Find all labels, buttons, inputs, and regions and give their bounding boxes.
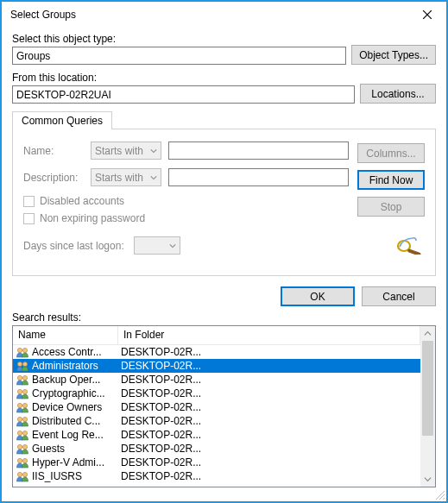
search-results-label: Search results: <box>12 311 436 324</box>
cancel-button[interactable]: Cancel <box>362 286 436 306</box>
scroll-up-arrow[interactable] <box>420 326 435 341</box>
name-label: Name: <box>23 145 84 157</box>
stop-button[interactable]: Stop <box>357 197 425 217</box>
days-since-last-logon-combo[interactable] <box>134 236 180 255</box>
window-title: Select Groups <box>10 9 407 21</box>
object-type-input[interactable] <box>12 47 346 65</box>
table-row[interactable]: GuestsDESKTOP-02R... <box>13 442 420 456</box>
description-match-combo[interactable]: Starts with <box>91 168 161 186</box>
row-folder: DESKTOP-02R... <box>118 374 420 386</box>
non-expiring-password-checkbox[interactable] <box>23 213 35 224</box>
table-row[interactable]: Hyper-V Admi...DESKTOP-02R... <box>13 456 420 469</box>
group-icon <box>16 443 29 455</box>
description-match-value: Starts with <box>95 172 143 184</box>
row-folder: DESKTOP-02R... <box>118 346 420 358</box>
table-row[interactable]: Access Contr...DESKTOP-02R... <box>13 345 420 359</box>
table-row[interactable]: Backup Oper...DESKTOP-02R... <box>13 373 420 387</box>
find-objects-icon <box>395 234 425 257</box>
group-icon <box>16 374 29 386</box>
row-name: IIS_IUSRS <box>32 470 82 482</box>
svg-line-8 <box>443 498 445 500</box>
row-name: Distributed C... <box>32 415 100 427</box>
column-header-in-folder[interactable]: In Folder <box>118 326 420 344</box>
close-button[interactable] <box>407 2 446 28</box>
group-icon <box>16 346 29 358</box>
row-folder: DESKTOP-02R... <box>118 429 420 441</box>
group-icon <box>16 470 29 482</box>
row-name: Cryptographic... <box>32 387 105 399</box>
location-label: From this location: <box>12 72 355 84</box>
table-row[interactable]: IIS_IUSRSDESKTOP-02R... <box>13 469 420 483</box>
group-icon <box>16 429 29 441</box>
row-folder: DESKTOP-02R... <box>118 443 420 455</box>
column-headers: Name In Folder <box>13 326 420 345</box>
group-icon <box>16 360 29 372</box>
object-type-label: Select this object type: <box>12 33 346 45</box>
disabled-accounts-checkbox[interactable] <box>23 196 35 207</box>
row-folder: DESKTOP-02R... <box>118 387 420 399</box>
row-name: Administrators <box>32 360 98 372</box>
days-since-last-logon-label: Days since last logon: <box>23 240 127 252</box>
title-bar: Select Groups <box>2 2 446 28</box>
chevron-down-icon <box>169 242 176 249</box>
tab-common-queries[interactable]: Common Queries <box>12 111 112 129</box>
resize-grip-icon[interactable] <box>434 489 445 500</box>
find-now-button[interactable]: Find Now <box>357 170 425 190</box>
table-row[interactable]: AdministratorsDESKTOP-02R... <box>13 359 420 373</box>
name-input[interactable] <box>168 141 349 160</box>
chevron-down-icon <box>150 148 157 154</box>
location-input[interactable] <box>12 85 355 104</box>
svg-rect-5 <box>407 248 421 255</box>
row-name: Event Log Re... <box>32 429 104 441</box>
chevron-down-icon <box>150 174 157 181</box>
group-icon <box>16 456 29 468</box>
description-label: Description: <box>23 172 84 184</box>
locations-button[interactable]: Locations... <box>360 84 436 104</box>
row-folder: DESKTOP-02R... <box>118 415 420 427</box>
scroll-down-arrow[interactable] <box>420 472 435 487</box>
row-name: Hyper-V Admi... <box>32 456 104 468</box>
disabled-accounts-label: Disabled accounts <box>40 195 124 207</box>
table-row[interactable]: Cryptographic...DESKTOP-02R... <box>13 387 420 400</box>
column-header-name[interactable]: Name <box>13 326 118 344</box>
row-name: Backup Oper... <box>32 374 100 386</box>
object-types-button[interactable]: Object Types... <box>351 45 436 65</box>
table-row[interactable]: Event Log Re...DESKTOP-02R... <box>13 428 420 442</box>
non-expiring-password-label: Non expiring password <box>40 212 145 224</box>
row-folder: DESKTOP-02R... <box>118 401 420 413</box>
description-input[interactable] <box>168 168 349 186</box>
row-name: Guests <box>32 443 65 455</box>
group-icon <box>16 387 29 399</box>
scrollbar-track[interactable] <box>420 341 435 472</box>
row-folder: DESKTOP-02R... <box>118 470 420 482</box>
table-row[interactable]: Device OwnersDESKTOP-02R... <box>13 400 420 414</box>
row-name: Access Contr... <box>32 346 102 358</box>
table-row[interactable]: Distributed C...DESKTOP-02R... <box>13 414 420 428</box>
row-name: Device Owners <box>32 401 102 413</box>
name-match-combo[interactable]: Starts with <box>91 141 161 160</box>
name-match-value: Starts with <box>95 145 143 157</box>
group-icon <box>16 401 29 413</box>
row-folder: DESKTOP-02R... <box>118 360 420 372</box>
close-icon <box>423 10 432 19</box>
row-folder: DESKTOP-02R... <box>118 456 420 468</box>
scrollbar-thumb[interactable] <box>422 341 433 436</box>
common-queries-panel: Name: Starts with Description: Starts wi… <box>12 129 436 276</box>
group-icon <box>16 415 29 427</box>
ok-button[interactable]: OK <box>281 286 355 306</box>
search-results-list: Name In Folder Access Contr...DESKTOP-02… <box>12 325 436 487</box>
columns-button[interactable]: Columns... <box>357 143 425 163</box>
vertical-scrollbar[interactable] <box>420 326 435 487</box>
